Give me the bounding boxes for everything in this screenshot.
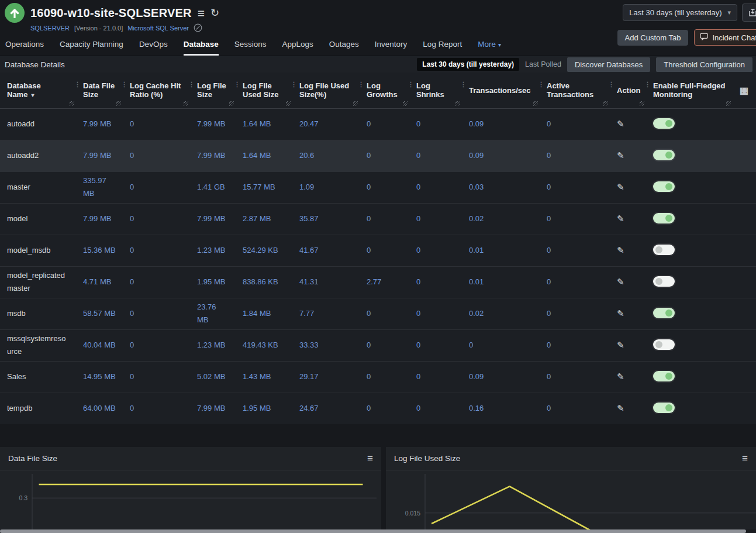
column-resize-handle[interactable] xyxy=(286,101,291,106)
tab-label: Operations xyxy=(5,40,44,49)
column-header-data-file-size[interactable]: ⋮Data File Size xyxy=(76,73,123,108)
edit-icon[interactable]: ✎ xyxy=(617,245,624,256)
monitor-type-link[interactable]: SQLSERVER xyxy=(30,25,70,32)
sort-caret-icon[interactable]: ▾ xyxy=(31,92,34,98)
database-name: mssqlsystemresource xyxy=(0,329,76,361)
column-header-log-file-used-size[interactable]: ⋮Log File Used Size(%) xyxy=(292,73,360,108)
add-custom-tab-button[interactable]: Add Custom Tab xyxy=(617,30,689,46)
tab-applogs[interactable]: AppLogs xyxy=(282,40,313,56)
monitoring-toggle[interactable] xyxy=(653,276,675,287)
refresh-icon[interactable]: ↻ xyxy=(210,8,219,18)
column-header-label: Database Name xyxy=(7,81,41,99)
spacer-cell xyxy=(733,393,756,424)
spacer-cell xyxy=(733,266,756,298)
column-separator-icon: ⋮ xyxy=(74,81,81,88)
edit-icon[interactable]: ✎ xyxy=(617,372,624,382)
column-resize-handle[interactable] xyxy=(353,101,358,106)
column-resize-handle[interactable] xyxy=(603,101,608,106)
column-header-log-cache-hit-ratio[interactable]: ⋮Log Cache Hit Ratio (%) xyxy=(123,73,190,108)
tab-capacity-planning[interactable]: Capacity Planning xyxy=(60,40,123,56)
tab-database[interactable]: Database xyxy=(184,40,219,56)
export-view-icon[interactable] xyxy=(742,4,756,22)
tab-label: Sessions xyxy=(234,40,267,49)
charts-section: Data File Size ≡ 0.3 Log File Used Size … xyxy=(0,447,756,533)
monitoring-toggle[interactable] xyxy=(653,371,675,381)
action-cell: ✎ xyxy=(610,266,646,298)
tab-inventory[interactable]: Inventory xyxy=(375,40,408,56)
period-dropdown[interactable]: Last 30 days (till yesterday) ▾ xyxy=(623,4,737,21)
edit-icon[interactable]: ✎ xyxy=(617,150,624,161)
column-resize-handle[interactable] xyxy=(229,101,234,106)
column-resize-handle[interactable] xyxy=(455,101,460,106)
metric-value: 0 xyxy=(540,171,610,203)
column-chooser-icon[interactable]: ▦ xyxy=(740,85,748,95)
threshold-configuration-button[interactable]: Threshold Configuration xyxy=(656,57,752,72)
column-header-active-transactions[interactable]: ⋮Active Transactions xyxy=(540,73,610,108)
monitoring-toggle[interactable] xyxy=(653,403,675,413)
column-header-label: Active Transactions xyxy=(547,81,593,99)
column-resize-handle[interactable] xyxy=(116,101,121,106)
column-header-log-file-used-size[interactable]: ⋮Log File Used Size xyxy=(236,73,292,108)
column-header-log-growths[interactable]: ⋮Log Growths xyxy=(360,73,409,108)
edit-icon[interactable]: ✎ xyxy=(617,119,624,129)
column-chooser-cell: ▦ xyxy=(733,73,756,108)
edit-icon[interactable]: ✎ xyxy=(617,182,624,192)
metric-value: 1.95 MB xyxy=(236,393,292,424)
table-row-autoadd: autoadd7.99 MB07.99 MB1.64 MB20.47000.09… xyxy=(0,108,756,140)
monitoring-toggle[interactable] xyxy=(653,118,675,129)
tab-sessions[interactable]: Sessions xyxy=(234,40,267,56)
metric-value: 7.77 xyxy=(292,298,360,329)
vendor-link[interactable]: Microsoft SQL Server xyxy=(127,25,189,32)
monitoring-cell xyxy=(646,298,733,329)
last-polled-label[interactable]: Last Polled xyxy=(525,60,561,68)
column-resize-handle[interactable] xyxy=(70,101,74,106)
column-header-log-file-size[interactable]: ⋮Log File Size xyxy=(190,73,236,108)
monitoring-toggle[interactable] xyxy=(653,181,675,192)
tab-devops[interactable]: DevOps xyxy=(139,40,168,56)
tab-outages[interactable]: Outages xyxy=(329,40,359,56)
monitoring-toggle[interactable] xyxy=(653,308,675,318)
monitoring-toggle[interactable] xyxy=(653,150,675,160)
column-resize-handle[interactable] xyxy=(184,101,188,106)
chart-menu-icon[interactable]: ≡ xyxy=(367,453,373,463)
scrollbar-thumb[interactable] xyxy=(0,529,746,533)
metric-value: 64.00 MB xyxy=(76,393,123,424)
discover-databases-button[interactable]: Discover Databases xyxy=(567,57,650,72)
spacer-cell xyxy=(733,235,756,266)
monitoring-toggle[interactable] xyxy=(653,339,675,350)
column-separator-icon: ⋮ xyxy=(608,81,615,88)
monitoring-toggle[interactable] xyxy=(653,213,675,223)
tab-operations[interactable]: Operations xyxy=(5,40,44,56)
edit-icon[interactable]: ✎ xyxy=(617,340,624,350)
section-title: Database Details xyxy=(0,60,65,69)
column-resize-handle[interactable] xyxy=(533,101,538,106)
column-resize-handle[interactable] xyxy=(403,101,408,106)
column-header-enable-full-fledged-monitoring[interactable]: ⋮Enable Full-Fledged Monitoring xyxy=(646,73,733,108)
tab-log-report[interactable]: Log Report xyxy=(423,40,462,56)
incident-chat-button[interactable]: Incident Chat xyxy=(694,29,756,46)
table-row-model-replicated-master: model_replicated master4.71 MB01.95 MB83… xyxy=(0,266,756,298)
monitoring-toggle[interactable] xyxy=(653,245,675,255)
hamburger-icon[interactable]: ≡ xyxy=(198,7,205,19)
toggle-knob xyxy=(665,310,672,317)
tab-more[interactable]: More▾ xyxy=(478,40,501,56)
chart-menu-icon[interactable]: ≡ xyxy=(742,453,748,463)
monitor-header: 16090-w10-site-SQLSERVER ≡ ↻ SQLSERVER [… xyxy=(0,0,756,33)
toggle-knob xyxy=(665,373,672,380)
edit-icon[interactable]: ✎ xyxy=(617,308,624,319)
edit-icon[interactable]: ✎ xyxy=(617,214,624,224)
column-header-transactions-sec[interactable]: ⋮Transactions/sec xyxy=(462,73,540,108)
monitor-title: 16090-w10-site-SQLSERVER xyxy=(30,6,192,20)
horizontal-scrollbar[interactable] xyxy=(0,529,756,533)
edit-icon[interactable]: ✎ xyxy=(617,403,624,414)
column-header-action[interactable]: ⋮Action xyxy=(610,73,646,108)
column-resize-handle[interactable] xyxy=(726,101,731,106)
column-header-log-shrinks[interactable]: ⋮Log Shrinks xyxy=(409,73,462,108)
metric-value: 0 xyxy=(409,235,462,266)
edit-monitor-icon[interactable] xyxy=(194,23,202,32)
edit-icon[interactable]: ✎ xyxy=(617,277,624,287)
column-header-database-name[interactable]: Database Name▾ xyxy=(0,73,76,108)
column-header-label: Log Cache Hit Ratio (%) xyxy=(130,81,181,99)
metric-value: 0 xyxy=(360,171,409,203)
column-resize-handle[interactable] xyxy=(640,101,644,106)
